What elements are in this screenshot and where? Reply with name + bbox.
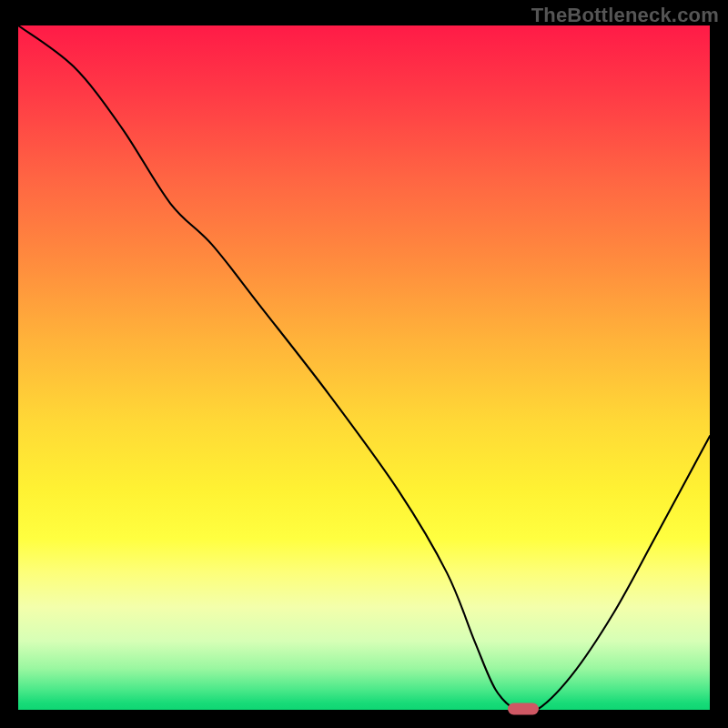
bottleneck-curve	[18, 25, 710, 710]
plot-area	[18, 25, 710, 710]
watermark-text: TheBottleneck.com	[531, 4, 719, 27]
optimal-point-marker	[508, 703, 539, 715]
curve-svg	[18, 25, 710, 710]
chart-frame: TheBottleneck.com	[0, 0, 728, 728]
